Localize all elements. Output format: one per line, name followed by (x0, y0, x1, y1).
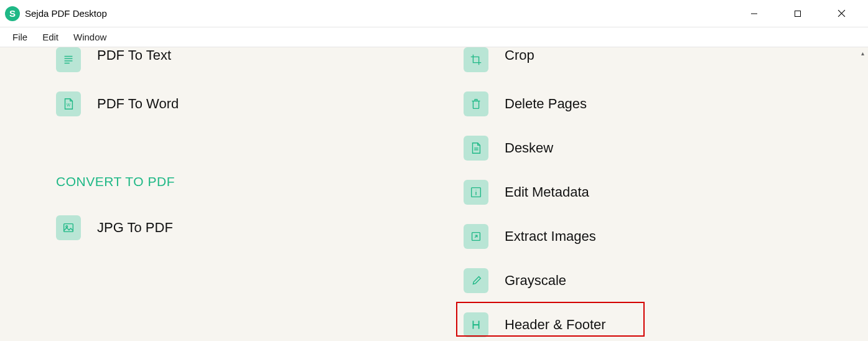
svg-rect-9 (64, 223, 73, 231)
menu-edit[interactable]: Edit (35, 29, 66, 45)
menubar: File Edit Window (0, 27, 868, 47)
tool-label: Crop (505, 47, 534, 63)
tool-label: Delete Pages (505, 96, 587, 112)
tool-label: Extract Images (505, 228, 596, 245)
window-controls (732, 0, 863, 27)
titlebar: S Sejda PDF Desktop (0, 0, 868, 27)
text-lines-icon (56, 47, 81, 72)
app-icon: S (5, 6, 20, 21)
maximize-button[interactable] (776, 0, 819, 27)
tool-extract-images[interactable]: Extract Images (464, 214, 868, 258)
scroll-up-arrow-icon[interactable]: ▴ (857, 47, 868, 58)
tool-edit-metadata[interactable]: Edit Metadata (464, 170, 868, 214)
document-icon (464, 136, 488, 161)
menu-file[interactable]: File (5, 29, 35, 45)
close-button[interactable] (819, 0, 863, 27)
tool-crop[interactable]: Crop (464, 47, 868, 82)
trash-icon (464, 91, 488, 116)
titlebar-left: S Sejda PDF Desktop (5, 6, 107, 21)
tool-pdf-to-text[interactable]: PDF To Text (56, 47, 404, 82)
tool-label: PDF To Word (97, 96, 179, 112)
crop-icon (464, 47, 488, 72)
section-header-convert: CONVERT TO PDF (56, 174, 404, 189)
tool-deskew[interactable]: Deskew (464, 126, 868, 170)
tool-label: JPG To PDF (97, 220, 173, 236)
tool-jpg-to-pdf[interactable]: JPG To PDF (56, 205, 404, 250)
tool-label: Deskew (505, 140, 553, 156)
highlight-box (456, 302, 645, 337)
app-title: Sejda PDF Desktop (25, 8, 107, 19)
scrollbar[interactable]: ▴ (857, 47, 868, 341)
tool-label: Grayscale (505, 273, 566, 289)
tool-grayscale[interactable]: Grayscale (464, 258, 868, 302)
tool-pdf-to-word[interactable]: W PDF To Word (56, 82, 404, 126)
svg-text:W: W (67, 102, 71, 106)
tool-delete-pages[interactable]: Delete Pages (464, 82, 868, 126)
menu-window[interactable]: Window (66, 29, 114, 45)
info-icon (464, 180, 488, 205)
image-icon (56, 215, 81, 240)
right-column: Crop Delete Pages Deskew Edit Metadata E (404, 47, 868, 341)
extract-icon (464, 224, 488, 249)
word-doc-icon: W (56, 91, 81, 116)
minimize-button[interactable] (732, 0, 776, 27)
tool-label: Edit Metadata (505, 184, 589, 200)
brush-icon (464, 268, 488, 293)
tool-label: PDF To Text (97, 47, 171, 63)
content-area: PDF To Text W PDF To Word CONVERT TO PDF… (0, 47, 868, 341)
left-column: PDF To Text W PDF To Word CONVERT TO PDF… (0, 47, 404, 341)
svg-rect-1 (795, 11, 801, 16)
